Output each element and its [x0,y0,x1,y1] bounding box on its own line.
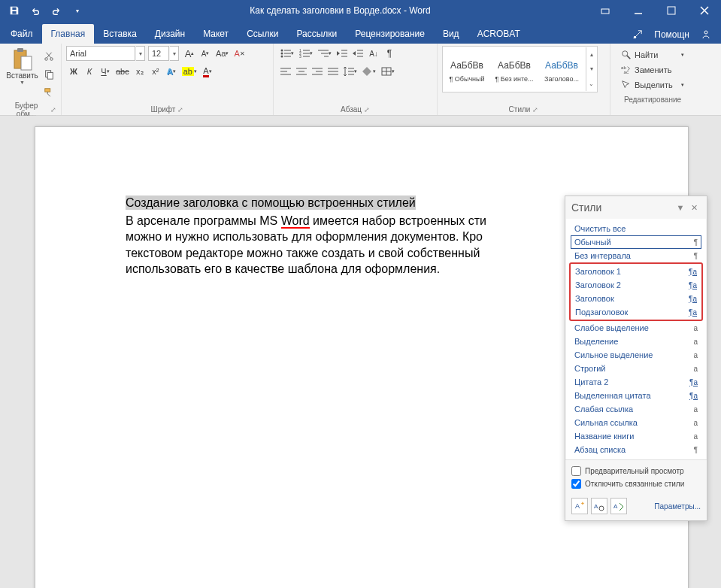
doc-text-2[interactable]: можно и нужно использовать для оформлени… [126,230,483,243]
tab-layout[interactable]: Макет [194,24,238,44]
minimize-button[interactable] [622,0,655,21]
style-no-spacing[interactable]: АаБбВв¶ Без инте... [491,47,538,91]
style-item[interactable]: Сильная ссылкаa [571,416,701,429]
tab-review[interactable]: Рецензирование [346,24,434,44]
gallery-up-button[interactable]: ▴ [586,47,596,62]
gallery-down-button[interactable]: ▾ [586,62,596,76]
font-color-button[interactable]: A▾ [200,64,215,79]
bold-button[interactable]: Ж [66,64,81,79]
multilevel-list-button[interactable]: ▾ [316,46,334,61]
style-item[interactable]: Название книгиa [571,429,701,443]
doc-heading[interactable]: Создание заголовка с помощью встроенных … [126,195,416,210]
manage-styles-button[interactable]: A [610,498,627,514]
style-item[interactable]: Подзаголовок¶a [571,305,701,319]
superscript-button[interactable]: x² [148,64,163,79]
doc-text-word[interactable]: Word [281,214,310,229]
highlight-button[interactable]: ab▾ [180,64,199,79]
style-normal-item[interactable]: Обычный¶ [571,235,701,249]
save-button[interactable] [5,2,24,20]
decrease-indent-button[interactable] [335,46,350,61]
style-item[interactable]: Выделенная цитата¶a [571,389,701,402]
tab-design[interactable]: Дизайн [146,24,194,44]
style-heading1[interactable]: АаБбВвЗаголово... [538,47,585,91]
line-spacing-button[interactable]: ▾ [341,64,359,79]
select-button[interactable]: Выделить▾ [616,77,689,92]
bullets-button[interactable]: ▾ [278,46,296,61]
font-name-input[interactable]: Arial [66,46,135,61]
style-item[interactable]: Заголовок 2¶a [571,278,701,292]
undo-button[interactable] [26,2,45,20]
sort-button[interactable]: A↓ [366,46,381,61]
ribbon-display-button[interactable] [589,0,622,21]
replace-button[interactable]: abacЗаменить [616,62,689,77]
close-button[interactable] [688,0,721,21]
style-normal[interactable]: АаБбВв¶ Обычный [444,47,490,91]
text-effects-button[interactable]: A▾ [164,64,179,79]
show-marks-button[interactable]: ¶ [382,46,397,61]
strikethrough-button[interactable]: abc [114,64,132,79]
italic-button[interactable]: К [82,64,97,79]
subscript-button[interactable]: x₂ [132,64,147,79]
paste-button[interactable]: Вставить ▼ [5,46,40,86]
cut-button[interactable] [41,49,56,64]
font-size-dropdown[interactable]: ▾ [170,46,179,61]
redo-button[interactable] [47,2,66,20]
share-icon[interactable] [697,26,715,44]
qat-customize-button[interactable]: ▾ [68,2,87,20]
find-button[interactable]: Найти▾ [616,47,689,62]
styles-options-link[interactable]: Параметры... [654,502,701,511]
style-item[interactable]: Заголовок¶a [571,292,701,305]
format-painter-button[interactable] [41,85,56,100]
style-clear-all[interactable]: Очистить все [571,222,701,235]
styles-launcher[interactable]: ⤢ [532,106,538,114]
doc-text-3[interactable]: текстовом редакторе можно также создать … [126,247,480,259]
doc-text-1b[interactable]: имеется набор встроенных сти [310,214,486,227]
style-item[interactable]: Слабое выделениеa [571,321,701,335]
paragraph-launcher[interactable]: ⤢ [364,106,370,114]
tab-acrobat[interactable]: ACROBAT [468,24,529,44]
style-item[interactable]: Абзац списка¶ [571,443,701,456]
shading-button[interactable]: ▾ [360,64,378,79]
styles-pane-close-button[interactable]: ✕ [687,201,701,214]
grow-font-button[interactable]: A▴ [182,46,197,61]
doc-text-1a[interactable]: В арсенале программы MS [126,214,281,227]
shrink-font-button[interactable]: A▾ [198,46,213,61]
tab-references[interactable]: Ссылки [238,24,287,44]
gallery-more-button[interactable]: ⌄ [586,77,596,91]
align-right-button[interactable] [310,64,325,79]
font-size-input[interactable]: 12 [148,46,169,61]
align-center-button[interactable] [294,64,309,79]
tab-view[interactable]: Вид [434,24,468,44]
maximize-button[interactable] [655,0,688,21]
style-item[interactable]: Выделениеa [571,335,701,348]
numbering-button[interactable]: 123▾ [297,46,315,61]
increase-indent-button[interactable] [350,46,365,61]
new-style-button[interactable]: A✦ [571,498,588,514]
font-name-dropdown[interactable]: ▾ [136,46,145,61]
font-launcher[interactable]: ⤢ [177,106,183,114]
tell-me-label[interactable]: Помощн [647,29,697,40]
clipboard-launcher[interactable]: ⤢ [50,106,56,114]
styles-pane-options-button[interactable]: ▼ [674,201,687,214]
clear-formatting-button[interactable]: A✕ [232,46,247,61]
tab-mailings[interactable]: Рассылки [287,24,346,44]
justify-button[interactable] [326,64,341,79]
preview-checkbox[interactable]: Предварительный просмотр [571,465,701,477]
style-item[interactable]: Цитата 2¶a [571,375,701,389]
style-item[interactable]: Без интервала¶ [571,249,701,262]
change-case-button[interactable]: Aa▾ [214,46,231,61]
tab-file[interactable]: Файл [2,24,42,44]
style-item[interactable]: Заголовок 1¶a [571,265,701,278]
style-inspector-button[interactable]: A [591,498,607,514]
tab-insert[interactable]: Вставка [94,24,146,44]
copy-button[interactable] [41,67,56,82]
tab-home[interactable]: Главная [42,24,95,44]
style-item[interactable]: Строгийa [571,362,701,375]
document-area[interactable]: Создание заголовка с помощью встроенных … [0,116,721,588]
underline-button[interactable]: Ч▾ [98,64,113,79]
doc-text-4[interactable]: использовать его в качестве шаблона для … [126,262,440,275]
tell-me-icon[interactable] [629,26,647,44]
style-item[interactable]: Сильное выделениеa [571,348,701,362]
disable-linked-checkbox[interactable]: Отключить связанные стили [571,477,701,490]
borders-button[interactable]: ▾ [379,64,397,79]
